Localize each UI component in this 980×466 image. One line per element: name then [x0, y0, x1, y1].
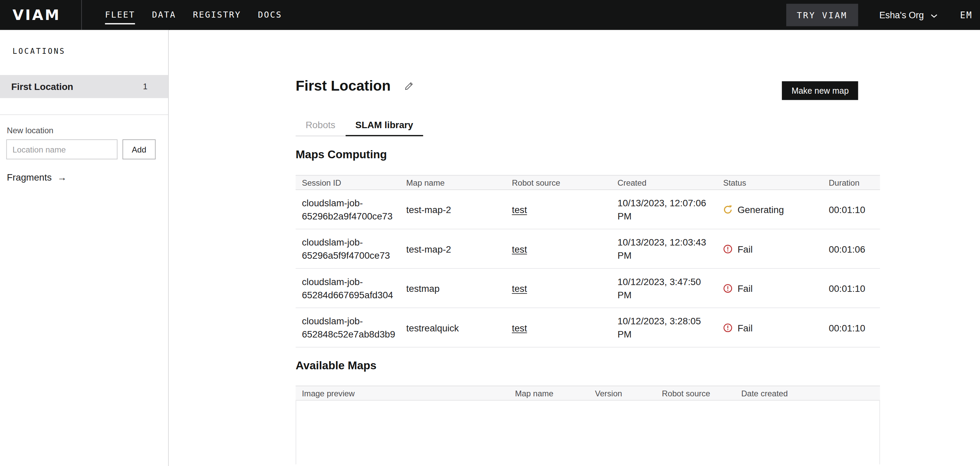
new-location-form: Add — [6, 139, 168, 159]
sidebar-divider — [0, 114, 168, 115]
maps-computing-table: Session IDMap nameRobot sourceCreatedSta… — [296, 175, 880, 347]
column-header-image-preview: Image preview — [296, 388, 509, 398]
maps-computing-body: cloudslam-job-65296b2a9f4700ce73 test-ma… — [296, 190, 880, 348]
map-name-cell: testmap — [400, 276, 506, 300]
nav-item-registry[interactable]: REGISTRY — [193, 8, 241, 22]
session-id-cell: cloudslam-job-65284d667695afd304 — [296, 270, 400, 307]
chevron-down-icon — [931, 10, 937, 20]
org-selector[interactable]: Esha's Org — [879, 10, 937, 20]
column-header-robot-source: Robot source — [656, 388, 735, 398]
maps-computing-heading: Maps Computing — [296, 148, 980, 161]
status-cell: Fail — [717, 276, 822, 300]
robot-source-link[interactable]: test — [512, 283, 527, 293]
new-location-label: New location — [7, 126, 168, 135]
nav-item-data[interactable]: DATA — [152, 8, 176, 22]
column-header-date-created: Date created — [735, 388, 880, 398]
tab-bar: RobotsSLAM library — [296, 116, 423, 136]
column-header-duration: Duration — [822, 178, 880, 187]
column-header-status: Status — [717, 178, 822, 187]
nav-item-fleet[interactable]: FLEET — [105, 8, 135, 22]
fragments-label: Fragments — [7, 172, 52, 182]
org-name: Esha's Org — [879, 10, 924, 20]
column-header-session-id: Session ID — [296, 178, 400, 187]
status-label: Fail — [738, 282, 753, 295]
duration-cell: 00:01:06 — [822, 237, 880, 261]
status-label: Generating — [738, 203, 784, 216]
map-name-cell: testrealquick — [400, 315, 506, 340]
session-id-cell: cloudslam-job-65296b2a9f4700ce73 — [296, 191, 400, 228]
app-window: VIAM FLEETDATAREGISTRYDOCS TRY VIAM Esha… — [0, 0, 980, 466]
location-name-input[interactable] — [6, 139, 117, 159]
fragments-link[interactable]: Fragments → — [7, 172, 67, 182]
available-maps-header: Image previewMap nameVersionRobot source… — [296, 385, 880, 401]
robot-source-link[interactable]: test — [512, 322, 527, 333]
locations-heading: LOCATIONS — [13, 47, 168, 56]
status-label: Fail — [738, 242, 753, 255]
duration-cell: 00:01:10 — [822, 276, 880, 300]
nav-item-docs[interactable]: DOCS — [258, 8, 282, 22]
tab-robots[interactable]: Robots — [296, 116, 345, 136]
nav-right: TRY VIAM Esha's Org EM — [786, 4, 980, 26]
fail-alert-icon — [723, 283, 732, 293]
robot-source-cell: test — [506, 276, 611, 300]
table-row: cloudslam-job-65284d667695afd304 testmap… — [296, 269, 880, 308]
available-maps-body — [296, 401, 880, 464]
page-head: First Location — [296, 76, 980, 95]
column-header-map-name: Map name — [509, 388, 589, 398]
available-maps-heading: Available Maps — [296, 359, 980, 373]
maps-computing-header: Session IDMap nameRobot sourceCreatedSta… — [296, 175, 880, 190]
map-name-cell: test-map-2 — [400, 237, 506, 261]
robot-source-cell: test — [506, 237, 611, 261]
map-name-cell: test-map-2 — [400, 197, 506, 221]
main-content: First Location Make new map RobotsSLAM l… — [169, 30, 980, 466]
created-cell: 10/12/2023, 3:47:50 PM — [611, 270, 717, 307]
table-row: cloudslam-job-652848c52e7ab8d3b9 testrea… — [296, 308, 880, 347]
make-new-map-button[interactable]: Make new map — [782, 81, 858, 100]
robot-source-cell: test — [506, 197, 611, 221]
generating-refresh-icon — [723, 205, 732, 214]
primary-nav: FLEETDATAREGISTRYDOCS — [105, 8, 282, 22]
try-viam-button[interactable]: TRY VIAM — [786, 4, 858, 26]
table-row: cloudslam-job-65296b2a9f4700ce73 test-ma… — [296, 190, 880, 229]
column-header-version: Version — [589, 388, 656, 398]
edit-pencil-icon[interactable] — [404, 81, 414, 90]
duration-cell: 00:01:10 — [822, 315, 880, 340]
location-count: 1 — [143, 82, 148, 91]
user-menu[interactable]: EM — [960, 10, 972, 20]
column-header-map-name: Map name — [400, 178, 506, 187]
top-nav: VIAM FLEETDATAREGISTRYDOCS TRY VIAM Esha… — [0, 0, 980, 30]
arrow-right-icon: → — [57, 172, 67, 182]
column-header-robot-source: Robot source — [506, 178, 611, 187]
created-cell: 10/13/2023, 12:03:43 PM — [611, 230, 717, 267]
created-cell: 10/13/2023, 12:07:06 PM — [611, 191, 717, 228]
fail-alert-icon — [723, 244, 732, 254]
add-location-button[interactable]: Add — [123, 139, 156, 159]
robot-source-link[interactable]: test — [512, 243, 527, 254]
duration-cell: 00:01:10 — [822, 197, 880, 221]
sidebar-item-first-location[interactable]: First Location 1 — [0, 75, 168, 98]
session-id-cell: cloudslam-job-652848c52e7ab8d3b9 — [296, 309, 400, 346]
column-header-created: Created — [611, 178, 717, 187]
status-cell: Generating — [717, 197, 822, 221]
fail-alert-icon — [723, 323, 732, 332]
created-cell: 10/12/2023, 3:28:05 PM — [611, 309, 717, 346]
robot-source-link[interactable]: test — [512, 204, 527, 215]
table-row: cloudslam-job-65296a5f9f4700ce73 test-ma… — [296, 229, 880, 269]
sidebar: LOCATIONS First Location 1 New location … — [0, 30, 169, 466]
page-title: First Location — [296, 77, 391, 94]
status-cell: Fail — [717, 315, 822, 340]
status-cell: Fail — [717, 237, 822, 261]
tab-slam-library[interactable]: SLAM library — [345, 116, 423, 136]
nav-divider — [81, 0, 82, 30]
status-label: Fail — [738, 321, 753, 334]
viam-logo[interactable]: VIAM — [13, 7, 60, 23]
location-name: First Location — [11, 81, 73, 92]
available-maps-table: Image previewMap nameVersionRobot source… — [296, 385, 880, 464]
session-id-cell: cloudslam-job-65296a5f9f4700ce73 — [296, 230, 400, 267]
robot-source-cell: test — [506, 315, 611, 340]
